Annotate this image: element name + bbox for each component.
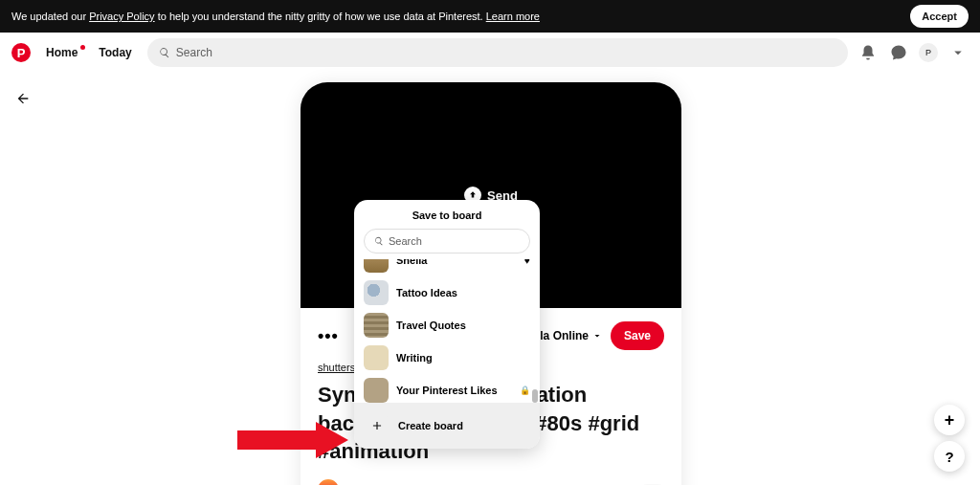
- pinterest-logo[interactable]: P: [11, 43, 31, 62]
- nav-today[interactable]: Today: [93, 46, 137, 59]
- scrollbar-thumb[interactable]: [532, 389, 538, 403]
- create-board-label: Create board: [398, 420, 463, 431]
- board-label: Travel Quotes: [396, 320, 466, 331]
- add-fab[interactable]: +: [934, 405, 965, 435]
- board-label: Your Pinterest Likes: [396, 385, 498, 396]
- board-search-placeholder: Search: [389, 235, 422, 247]
- board-item[interactable]: Sheila ♥: [354, 259, 540, 276]
- privacy-policy-link[interactable]: Privacy Policy: [89, 11, 154, 22]
- search-placeholder: Search: [176, 46, 212, 59]
- board-item[interactable]: Writing: [354, 342, 540, 374]
- lock-icon: 🔒: [520, 386, 530, 395]
- board-thumb: [364, 313, 389, 338]
- accept-button[interactable]: Accept: [910, 5, 969, 28]
- notifications-icon[interactable]: [858, 42, 879, 63]
- board-thumb: [364, 345, 389, 370]
- annotation-arrow: [237, 422, 354, 458]
- board-search-input[interactable]: Search: [364, 229, 530, 254]
- help-fab[interactable]: ?: [934, 441, 965, 472]
- nav-home[interactable]: Home: [40, 46, 83, 59]
- create-board-button[interactable]: Create board Create board: [354, 403, 540, 449]
- learn-more-link[interactable]: Learn more: [486, 11, 540, 22]
- plus-icon: [366, 414, 389, 437]
- search-input[interactable]: Search: [147, 38, 848, 67]
- save-button[interactable]: Save: [611, 321, 664, 350]
- search-icon: [374, 236, 384, 246]
- board-label: Tattoo Ideas: [396, 287, 457, 298]
- privacy-text-b: to help you understand the nitty gritty …: [155, 11, 486, 22]
- board-thumb: [364, 378, 389, 403]
- board-item[interactable]: Travel Quotes: [354, 309, 540, 342]
- chevron-down-icon: [591, 330, 603, 342]
- board-label: Writing: [396, 352, 433, 364]
- back-button[interactable]: [15, 91, 31, 110]
- author-avatar[interactable]: [318, 479, 339, 485]
- board-thumb: [364, 259, 389, 273]
- board-item[interactable]: Tattoo Ideas: [354, 276, 540, 309]
- avatar[interactable]: P: [919, 43, 938, 62]
- source-link[interactable]: shutterst: [318, 362, 358, 373]
- board-item[interactable]: Your Pinterest Likes 🔒: [354, 374, 540, 403]
- more-options-icon[interactable]: •••: [318, 326, 339, 346]
- board-thumb: [364, 280, 389, 305]
- heart-icon: ♥: [524, 259, 530, 266]
- account-menu-chevron[interactable]: [947, 42, 969, 63]
- top-nav: P Home Today Search P: [0, 33, 980, 73]
- privacy-banner: We updated our Privacy Policy to help yo…: [0, 0, 980, 33]
- privacy-text: We updated our Privacy Policy to help yo…: [11, 11, 540, 22]
- privacy-text-a: We updated our: [11, 11, 89, 22]
- boards-list: Sheila ♥ Tattoo Ideas Travel Quotes Writ…: [354, 259, 540, 403]
- modal-title: Save to board: [354, 200, 540, 229]
- messages-icon[interactable]: [888, 42, 909, 63]
- save-to-board-modal: Save to board Search Sheila ♥ Tattoo Ide…: [354, 200, 540, 449]
- board-label: Sheila: [396, 259, 427, 266]
- author-row: The 3D Design Studio: [318, 479, 664, 485]
- search-icon: [159, 47, 170, 58]
